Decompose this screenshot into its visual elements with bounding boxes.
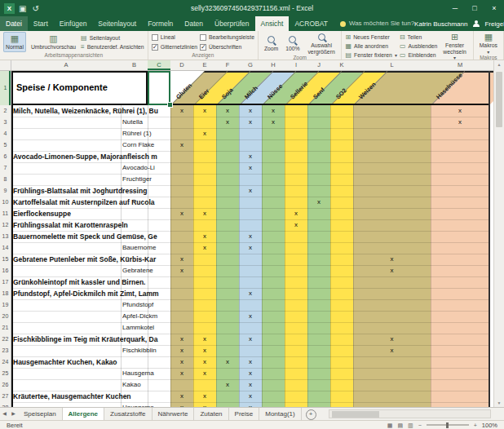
row-header-24[interactable]: 24 <box>0 356 11 368</box>
allergen-mark-cell[interactable]: x <box>193 105 216 117</box>
component-name-cell[interactable]: Avocado-Li <box>122 162 170 174</box>
row-header-17[interactable]: 17 <box>0 276 11 288</box>
sheet-tab-speiseplan[interactable]: Speiseplan <box>18 408 63 420</box>
dish-name-cell[interactable]: Kartoffelsalat mit Austernpilzen auf Ruc… <box>13 197 170 208</box>
macros-button[interactable]: Makros <box>477 32 500 55</box>
dish-name-cell[interactable]: Pfundstopf, Apfel-Dickmilch mit Zimt, La… <box>13 288 170 299</box>
row-header-3[interactable]: 3 <box>0 117 11 128</box>
row-header-25[interactable]: 25 <box>0 368 11 379</box>
tell-me-box[interactable]: Was möchten Sie tun? <box>340 16 414 31</box>
allergen-mark-cell[interactable]: x <box>170 139 193 151</box>
dish-name-cell[interactable]: Gebratene Putenleber mit Soße, Kürbis-Ka… <box>13 254 170 265</box>
headings-checkbox[interactable] <box>200 44 206 51</box>
freeze-panes-button[interactable]: Fenster fixieren <box>345 51 396 59</box>
allergen-mark-cell[interactable]: x <box>193 391 216 402</box>
row-header-26[interactable]: 26 <box>0 379 11 391</box>
allergen-mark-cell[interactable]: x <box>239 185 262 197</box>
component-name-cell[interactable]: Lammkotel <box>122 322 170 334</box>
allergen-mark-cell[interactable]: x <box>262 117 285 128</box>
save-icon[interactable] <box>19 4 26 13</box>
custom-views-button[interactable]: Benutzerdef. Ansichten <box>81 43 144 51</box>
spreadsheet-grid[interactable]: GlutenEierSojaMilchNüsseSellerieSenfSO2W… <box>11 71 493 407</box>
allergen-mark-cell[interactable]: x <box>170 265 193 276</box>
allergen-mark-cell[interactable]: x <box>170 254 193 265</box>
unhide-button[interactable]: Einblenden <box>400 51 437 59</box>
selected-cell-C1[interactable] <box>148 71 170 105</box>
allergen-mark-cell[interactable]: x <box>170 345 193 356</box>
status-page-break-icon[interactable] <box>408 422 413 429</box>
row-header-14[interactable]: 14 <box>0 242 11 254</box>
column-header-A[interactable]: A <box>11 60 121 70</box>
new-sheet-button[interactable] <box>306 409 316 420</box>
tab-datei[interactable]: Datei <box>0 16 28 31</box>
column-header-K[interactable]: K <box>330 60 353 70</box>
allergen-mark-cell[interactable]: x <box>353 265 431 276</box>
column-header-J[interactable]: J <box>307 60 330 70</box>
sheet-tab-naehrwerte[interactable]: Nährwerte <box>153 408 195 420</box>
allergen-mark-cell[interactable]: x <box>239 151 262 162</box>
arrange-all-button[interactable]: Alle anordnen <box>345 42 396 50</box>
row-header-21[interactable]: 21 <box>0 322 11 334</box>
restore-button[interactable] <box>465 0 484 16</box>
column-header-E[interactable]: E <box>193 60 216 70</box>
sheet-tab-zusatzstoffe[interactable]: Zusatzstoffe <box>104 408 152 420</box>
allergen-mark-cell[interactable]: x <box>239 231 262 242</box>
allergen-mark-cell[interactable]: x <box>170 391 193 402</box>
allergen-mark-cell[interactable]: x <box>353 254 431 265</box>
row-header-9[interactable]: 9 <box>0 185 11 197</box>
allergen-mark-cell[interactable]: x <box>216 117 239 128</box>
allergen-mark-cell[interactable]: x <box>193 242 216 254</box>
hide-button[interactable]: Ausblenden <box>400 42 437 50</box>
row-header-12[interactable]: 12 <box>0 219 11 231</box>
row-header-20[interactable]: 20 <box>0 311 11 322</box>
allergen-mark-cell[interactable]: x <box>239 368 262 379</box>
allergen-mark-cell[interactable]: x <box>431 117 489 128</box>
sheet-nav-right-icon[interactable] <box>9 408 18 420</box>
undo-icon[interactable] <box>32 4 38 13</box>
allergen-mark-cell[interactable]: x <box>239 356 262 368</box>
dish-name-cell[interactable]: Milch, Nutella, Weizenknäcke, Rührei (1)… <box>13 105 170 117</box>
row-header-4[interactable]: 4 <box>0 128 11 139</box>
allergen-mark-cell[interactable]: x <box>239 334 262 345</box>
allergen-mark-cell[interactable]: x <box>285 219 307 231</box>
column-header-B[interactable]: B <box>121 60 148 70</box>
row-header-22[interactable]: 22 <box>0 334 11 345</box>
zoom-level[interactable]: 100% <box>482 422 497 429</box>
formula-bar-checkbox-row[interactable]: Bearbeitungsleiste <box>200 34 254 41</box>
scroll-up-icon[interactable] <box>494 62 504 67</box>
allergen-mark-cell[interactable]: x <box>431 105 489 117</box>
allergen-mark-cell[interactable]: x <box>216 105 239 117</box>
formula-bar-checkbox[interactable] <box>200 34 206 41</box>
dish-name-cell[interactable]: Fischkibblinge im Teig mit Kräuterquark,… <box>13 334 170 345</box>
component-name-cell[interactable]: Nutella <box>122 117 170 128</box>
component-name-cell[interactable]: Bauernome <box>122 242 170 254</box>
scroll-down-icon[interactable] <box>494 400 504 405</box>
allergen-mark-cell[interactable]: x <box>239 391 262 402</box>
allergen-mark-cell[interactable]: x <box>239 117 262 128</box>
allergen-mark-cell[interactable]: x <box>170 356 193 368</box>
select-all-corner[interactable] <box>0 60 11 70</box>
component-name-cell[interactable]: Fischkibblin <box>122 345 170 356</box>
allergen-mark-cell[interactable]: x <box>193 368 216 379</box>
dish-name-cell[interactable]: Bauernomelette mit Speck und Gemüse, Ge <box>13 231 170 242</box>
column-header-F[interactable]: F <box>216 60 239 70</box>
sheet-tab-montag[interactable]: Montag(1) <box>259 408 301 420</box>
row-header-1[interactable]: 1 <box>0 71 11 105</box>
lineal-checkbox[interactable] <box>152 34 158 41</box>
component-name-cell[interactable]: Fruchtiger <box>122 174 170 185</box>
allergen-mark-cell[interactable]: x <box>353 334 431 345</box>
status-page-layout-icon[interactable] <box>397 422 403 429</box>
zoom-selection-button[interactable]: Auswahl vergrößern <box>305 32 338 55</box>
lineal-checkbox-row[interactable]: Lineal <box>152 34 197 41</box>
zoom-slider-thumb[interactable] <box>446 422 449 428</box>
horizontal-scrollbar[interactable] <box>329 409 491 418</box>
page-layout-view-button[interactable]: Seitenlayout <box>81 34 144 42</box>
gridlines-checkbox-row[interactable]: Gitternetzlinien <box>152 44 197 51</box>
allergen-mark-cell[interactable]: x <box>239 288 262 299</box>
zoom-slider[interactable] <box>427 424 469 426</box>
row-header-19[interactable]: 19 <box>0 299 11 311</box>
tab-daten[interactable]: Daten <box>179 16 209 31</box>
row-header-7[interactable]: 7 <box>0 162 11 174</box>
row-header-16[interactable]: 16 <box>0 265 11 276</box>
allergen-mark-cell[interactable]: x <box>239 242 262 254</box>
